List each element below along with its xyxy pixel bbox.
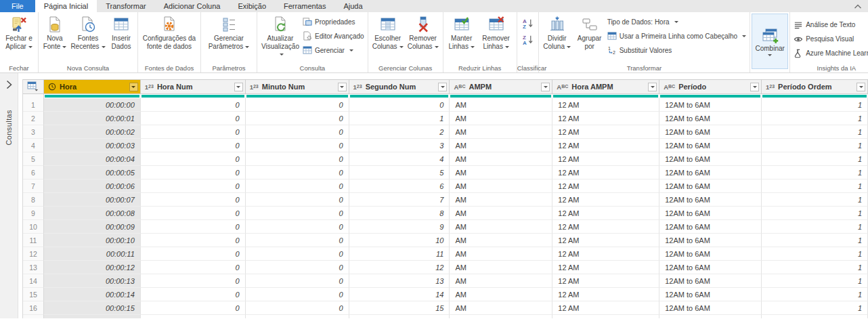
column-filter-icon[interactable] [541,83,550,91]
table-cell[interactable]: 12 AM [552,247,659,261]
table-cell[interactable]: 0 [141,193,246,207]
table-cell[interactable]: 1 [762,125,868,139]
table-cell[interactable]: 0 [141,234,246,247]
table-cell[interactable]: 12AM to 6AM [659,234,762,247]
manage-parameters-button[interactable]: Gerenciar Parâmetros [203,14,255,51]
table-cell[interactable]: 12 AM [552,234,659,247]
table-cell[interactable]: AM [450,220,552,234]
table-cell[interactable]: 00:00:03 [44,139,141,152]
table-cell[interactable]: 0 [141,166,246,179]
table-cell[interactable]: 1 [762,139,868,152]
table-cell[interactable]: 12AM to 6AM [659,98,762,112]
table-cell[interactable]: 0 [246,98,349,112]
table-cell[interactable]: 12AM to 6AM [659,139,762,152]
column-header-2[interactable]: 123Minuto Num [246,79,349,94]
tab-file[interactable]: File [0,0,35,12]
table-cell[interactable]: 0 [246,274,349,288]
advanced-editor-button[interactable]: Editor Avançado [301,30,366,42]
column-header-1[interactable]: 123Hora Num [141,79,246,94]
table-cell[interactable]: 00:00:00 [44,98,141,112]
group-by-button[interactable]: Agrupar por [573,14,606,51]
table-cell[interactable]: 12AM to 6AM [659,112,762,125]
table-cell[interactable]: 00:00:02 [44,125,141,139]
table-cell[interactable]: 0 [246,207,349,220]
table-cell[interactable]: 0 [141,112,246,125]
table-cell[interactable]: 0 [141,207,246,220]
table-cell[interactable]: 12 AM [552,301,659,315]
table-cell[interactable]: AM [450,207,552,220]
table-cell[interactable]: 12AM to 6AM [659,274,762,288]
table-cell[interactable]: AM [450,193,552,207]
table-cell[interactable]: 12 AM [552,125,659,139]
column-filter-icon[interactable] [856,83,865,91]
table-cell[interactable]: 15 [349,301,450,315]
table-cell[interactable]: 12AM to 6AM [659,301,762,315]
table-cell[interactable]: 0 [141,152,246,166]
row-number[interactable]: 3 [23,125,44,139]
table-cell[interactable]: 1 [762,301,868,315]
column-filter-icon[interactable] [438,83,447,91]
table-cell[interactable]: AM [450,288,552,301]
azure-ml-button[interactable]: Azure Machine Learning [792,47,868,60]
tab-ajuda[interactable]: Ajuda [334,0,371,12]
column-header-7[interactable]: 123Período Ordem [762,79,868,94]
table-cell[interactable]: 00:00:09 [44,220,141,234]
table-cell[interactable]: 3 [349,139,450,152]
table-cell[interactable]: 0 [246,125,349,139]
table-cell[interactable]: 12 AM [552,207,659,220]
table-cell[interactable]: 1 [762,274,868,288]
table-cell[interactable]: 0 [141,247,246,261]
table-cell[interactable]: AM [450,125,552,139]
table-cell[interactable]: 00:00:15 [44,301,141,315]
table-cell[interactable]: 00:00:04 [44,152,141,166]
table-cell[interactable]: 14 [349,288,450,301]
table-cell[interactable]: 12AM to 6AM [659,220,762,234]
table-cell[interactable]: 0 [141,261,246,274]
table-cell[interactable]: 0 [246,166,349,179]
remove-columns-button[interactable]: Remover Colunas [406,14,441,51]
table-cell[interactable]: 7 [349,193,450,207]
table-cell[interactable]: 00:00:07 [44,193,141,207]
table-cell[interactable]: 00:00:06 [44,179,141,193]
column-filter-icon[interactable] [750,83,759,91]
row-number[interactable]: 2 [23,112,44,125]
table-cell[interactable]: 12AM to 6AM [659,179,762,193]
table-cell[interactable]: 1 [762,234,868,247]
choose-columns-button[interactable]: Escolher Colunas [370,14,406,51]
table-cell[interactable]: 9 [349,220,450,234]
keep-rows-button[interactable]: Manter Linhas [446,14,478,51]
column-filter-icon[interactable] [648,83,657,91]
table-cell[interactable]: 0 [246,301,349,315]
row-number[interactable]: 13 [23,261,44,274]
column-header-4[interactable]: ABCAMPM [450,79,552,94]
row-number[interactable]: 14 [23,274,44,288]
column-header-6[interactable]: ABCPeríodo [659,79,762,94]
data-type-button[interactable]: Tipo de Dados: Hora [606,16,748,28]
table-cell[interactable]: 11 [349,247,450,261]
table-cell[interactable]: AM [450,301,552,315]
table-cell[interactable]: AM [450,98,552,112]
row-number[interactable]: 9 [23,207,44,220]
table-cell[interactable]: AM [450,139,552,152]
table-cell[interactable]: AM [450,179,552,193]
split-column-button[interactable]: Dividir Coluna [541,14,573,51]
table-cell[interactable]: 1 [762,166,868,179]
table-cell[interactable]: 5 [349,166,450,179]
table-cell[interactable]: 1 [762,247,868,261]
column-filter-icon[interactable] [234,83,243,91]
table-cell[interactable]: 12 AM [552,274,659,288]
table-cell[interactable]: 00:00:13 [44,274,141,288]
table-cell[interactable]: 0 [141,288,246,301]
select-all-button[interactable] [23,79,44,94]
row-number[interactable]: 10 [23,220,44,234]
table-cell[interactable]: 12AM to 6AM [659,288,762,301]
row-number[interactable]: 15 [23,288,44,301]
table-cell[interactable]: AM [450,234,552,247]
data-source-settings-button[interactable]: Configurações da fonte de dados [140,14,198,51]
table-cell[interactable]: 1 [762,98,868,112]
replace-values-button[interactable]: 12 Substituir Valores [606,44,748,56]
table-cell[interactable]: 0 [246,193,349,207]
new-source-button[interactable]: Nova Fonte [41,14,69,51]
table-cell[interactable]: 0 [141,98,246,112]
remove-rows-button[interactable]: Remover Linhas [478,14,515,51]
